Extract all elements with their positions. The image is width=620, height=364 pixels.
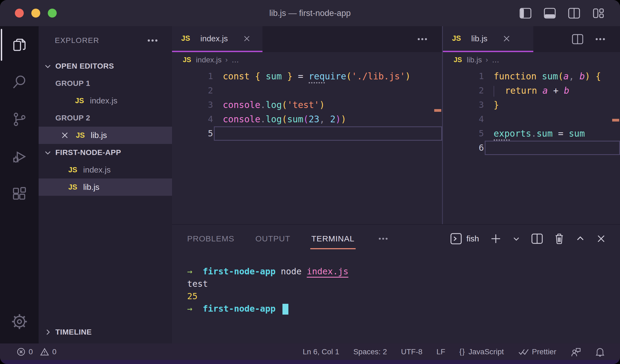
split-editor-layout-icon[interactable] [568, 8, 580, 19]
indentation[interactable]: Spaces: 2 [353, 348, 387, 356]
js-file-icon: JS [181, 34, 190, 43]
editor-group-2: JS lib.js [443, 26, 620, 224]
extensions-icon[interactable] [0, 175, 39, 213]
breadcrumb-symbol[interactable]: … [492, 56, 499, 64]
kill-terminal-icon[interactable] [554, 233, 564, 244]
language-mode[interactable]: {} JavaScript [459, 348, 504, 356]
encoding[interactable]: UTF-8 [401, 348, 422, 356]
problems-status[interactable]: 0 0 [17, 348, 56, 356]
open-editors-section[interactable]: OPEN EDITORS [39, 58, 172, 75]
terminal-instance-picker[interactable]: fish [450, 233, 479, 245]
panel-more-tabs-icon[interactable] [378, 237, 388, 240]
code-line: 3} [443, 98, 620, 112]
tree-file-lib-js[interactable]: JS lib.js [39, 178, 172, 196]
code-line: 4 [443, 112, 620, 126]
timeline-section[interactable]: TIMELINE [39, 323, 172, 341]
warning-icon [40, 348, 49, 356]
settings-gear-icon[interactable] [0, 303, 39, 340]
js-file-icon: JS [452, 34, 461, 43]
line-number: 4 [172, 112, 213, 126]
code-line: 5 [172, 126, 442, 141]
terminal-cursor [282, 304, 288, 315]
js-file-icon: JS [75, 97, 84, 105]
line-number: 3 [172, 98, 213, 112]
formatter-status[interactable]: Prettier [518, 348, 556, 356]
tab-lib-js[interactable]: JS lib.js [443, 26, 533, 52]
close-window-button[interactable] [15, 9, 24, 18]
code-line: 6 [443, 141, 620, 155]
status-bar: 0 0 Ln 6, Col 1 Spaces: 2 UTF-8 LF {} Ja… [0, 343, 620, 360]
code-line: 2 return a + b [443, 83, 620, 98]
maximize-panel-icon[interactable] [576, 234, 585, 243]
chevron-right-icon: › [225, 56, 228, 64]
new-terminal-icon[interactable] [490, 233, 501, 244]
source-control-icon[interactable] [0, 101, 39, 138]
line-number: 2 [172, 83, 213, 98]
tree-file-index-js[interactable]: JS index.js [39, 161, 172, 178]
title-bar: lib.js — first-node-app [0, 0, 620, 26]
js-file-icon: JS [68, 166, 77, 174]
code-line: 2 [172, 83, 442, 98]
js-file-icon: JS [76, 131, 85, 140]
tab-problems[interactable]: PROBLEMS [187, 234, 234, 243]
notifications-bell-icon[interactable] [595, 346, 605, 357]
code-line: 4console.log(sum(23, 2)) [172, 112, 442, 126]
open-editor-lib-js[interactable]: JS lib.js [39, 127, 172, 144]
folder-section[interactable]: FIRST-NODE-APP [39, 144, 172, 161]
close-editor-icon[interactable] [61, 131, 69, 139]
activity-bar [0, 26, 39, 343]
customize-layout-icon[interactable] [592, 8, 604, 19]
chevron-down-icon [44, 62, 52, 70]
terminal-output[interactable]: → first-node-app node index.jstest25→ fi… [172, 253, 620, 343]
code-editor-lib-js[interactable]: 1function sum(a, b) {2 return a + b3}45e… [443, 68, 620, 224]
editor-more-actions-icon[interactable] [595, 38, 605, 41]
traffic-lights [15, 9, 57, 18]
terminal-dropdown-icon[interactable] [513, 235, 520, 242]
explorer-icon[interactable] [0, 26, 39, 63]
editor-more-actions-icon[interactable] [417, 38, 427, 41]
breadcrumb-file[interactable]: index.js [196, 56, 222, 64]
close-tab-icon[interactable] [243, 35, 251, 42]
code-editor-index-js[interactable]: 1const { sum } = require('./lib.js')23co… [172, 68, 442, 224]
tab-bar: JS lib.js [443, 26, 620, 52]
tab-terminal[interactable]: TERMINAL [311, 234, 355, 243]
breadcrumb-file[interactable]: lib.js [467, 56, 482, 64]
js-file-icon: JS [454, 56, 462, 64]
breadcrumb-symbol[interactable]: … [231, 56, 239, 64]
code-line: 1function sum(a, b) { [443, 69, 620, 83]
run-debug-icon[interactable] [0, 138, 39, 175]
toggle-sidebar-icon[interactable] [520, 8, 531, 19]
line-number: 3 [443, 98, 484, 112]
tab-output[interactable]: OUTPUT [255, 234, 290, 243]
code-line: 5exports.sum = sum [443, 126, 620, 141]
toggle-panel-icon[interactable] [544, 8, 556, 19]
cursor-position[interactable]: Ln 6, Col 1 [303, 348, 339, 356]
zoom-window-button[interactable] [48, 9, 57, 18]
braces-icon: {} [459, 348, 465, 356]
breadcrumb: JS index.js › … [172, 52, 442, 68]
terminal-line: 25 [187, 290, 620, 302]
tab-index-js[interactable]: JS index.js [172, 26, 262, 52]
line-number: 2 [443, 83, 484, 98]
feedback-icon[interactable] [570, 347, 581, 357]
explorer-more-actions-icon[interactable] [147, 39, 158, 42]
open-editor-index-js[interactable]: JS index.js [39, 92, 172, 109]
close-panel-icon[interactable] [596, 234, 606, 244]
js-file-icon: JS [183, 56, 191, 64]
error-icon [17, 348, 25, 356]
split-terminal-icon[interactable] [531, 233, 543, 244]
chevron-down-icon [44, 149, 52, 156]
tab-bar: JS index.js [172, 26, 442, 52]
eol-sequence[interactable]: LF [436, 348, 445, 356]
terminal-line: → first-node-app [187, 302, 620, 315]
split-editor-icon[interactable] [572, 34, 583, 44]
line-number: 1 [443, 69, 484, 83]
minimize-window-button[interactable] [31, 9, 40, 18]
search-icon[interactable] [0, 63, 39, 101]
line-number: 1 [172, 69, 213, 83]
terminal-line: → first-node-app node index.js [187, 265, 620, 278]
line-number: 4 [443, 112, 484, 126]
desktop-strip [0, 360, 620, 364]
terminal-line: test [187, 278, 620, 290]
close-tab-icon[interactable] [503, 35, 511, 43]
